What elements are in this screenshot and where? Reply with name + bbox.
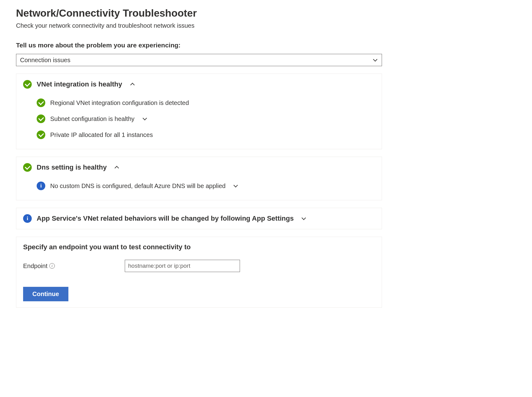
page-subtitle: Check your network connectivity and trou… [16, 22, 516, 29]
vnet-panel-header[interactable]: VNet integration is healthy [23, 80, 375, 89]
dns-panel: Dns setting is healthy i No custom DNS i… [16, 157, 382, 200]
chevron-up-icon [114, 165, 120, 170]
page-title: Network/Connectivity Troubleshooter [16, 7, 516, 19]
status-row[interactable]: Subnet configuration is healthy [23, 111, 375, 127]
status-text: Subnet configuration is healthy [50, 115, 135, 122]
endpoint-panel: Specify an endpoint you want to test con… [16, 237, 382, 308]
status-row: Regional VNet integration configuration … [23, 95, 375, 111]
success-icon [37, 114, 45, 123]
success-icon [23, 163, 32, 172]
appsettings-panel-header[interactable]: i App Service's VNet related behaviors w… [23, 214, 375, 223]
endpoint-form-row: Endpoint i [23, 260, 375, 272]
chevron-down-icon [142, 116, 148, 122]
endpoint-input[interactable] [125, 260, 240, 272]
success-icon [37, 130, 45, 139]
status-text: Private IP allocated for all 1 instances [50, 131, 153, 138]
status-text: No custom DNS is configured, default Azu… [50, 182, 225, 190]
status-row[interactable]: i No custom DNS is configured, default A… [23, 178, 375, 194]
chevron-down-icon [233, 183, 238, 189]
endpoint-label-text: Endpoint [23, 263, 47, 270]
success-icon [37, 98, 45, 107]
chevron-down-icon [301, 216, 307, 221]
dns-panel-title: Dns setting is healthy [37, 163, 107, 171]
endpoint-section-title: Specify an endpoint you want to test con… [23, 243, 375, 251]
vnet-panel: VNet integration is healthy Regional VNe… [16, 74, 382, 149]
chevron-down-icon [372, 57, 378, 63]
status-row: Private IP allocated for all 1 instances [23, 127, 375, 143]
vnet-panel-body: Regional VNet integration configuration … [23, 95, 375, 143]
appsettings-panel: i App Service's VNet related behaviors w… [16, 208, 382, 229]
dns-panel-header[interactable]: Dns setting is healthy [23, 163, 375, 172]
problem-prompt-label: Tell us more about the problem you are e… [16, 42, 516, 49]
help-icon[interactable]: i [49, 263, 55, 269]
status-text: Regional VNet integration configuration … [50, 99, 189, 106]
vnet-panel-title: VNet integration is healthy [37, 80, 122, 88]
dns-panel-body: i No custom DNS is configured, default A… [23, 178, 375, 194]
info-icon: i [23, 214, 32, 223]
info-icon: i [37, 182, 45, 190]
appsettings-panel-title: App Service's VNet related behaviors wil… [37, 215, 294, 223]
chevron-up-icon [130, 82, 135, 87]
problem-dropdown-value: Connection issues [20, 57, 70, 64]
continue-button[interactable]: Continue [23, 287, 68, 301]
problem-dropdown[interactable]: Connection issues [16, 54, 382, 66]
success-icon [23, 80, 32, 89]
endpoint-label: Endpoint i [23, 263, 125, 270]
